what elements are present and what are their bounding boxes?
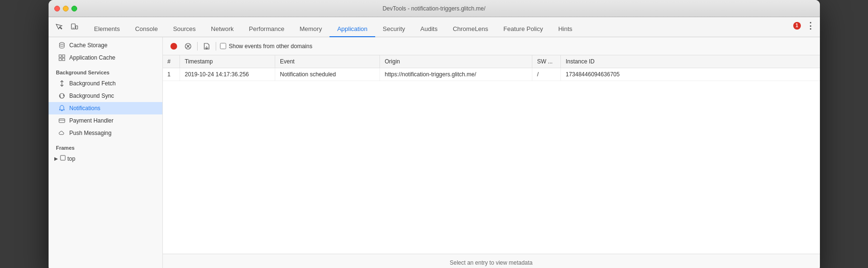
tab-sources[interactable]: Sources [165, 22, 203, 37]
sidebar-item-payment-handler[interactable]: Payment Handler [49, 114, 162, 127]
tab-hints[interactable]: Hints [550, 22, 580, 37]
table-body: 1 2019-10-24 14:17:36.256 Notification s… [163, 68, 820, 81]
minimize-button[interactable] [63, 6, 69, 11]
svg-rect-6 [59, 58, 61, 61]
content-area: Show events from other domains # Timesta… [163, 37, 820, 268]
action-bar: Show events from other domains [163, 37, 820, 55]
sidebar-item-notifications[interactable]: Notifications [49, 102, 162, 114]
frame-icon [60, 155, 66, 162]
svg-rect-4 [59, 55, 61, 57]
cell-sw: / [532, 68, 561, 81]
database-icon [59, 42, 65, 49]
sidebar-label-frames-top: top [68, 155, 76, 162]
sidebar-label-application-cache: Application Cache [70, 54, 116, 61]
col-header-instance-id: Instance ID [561, 55, 820, 68]
payment-handler-icon [58, 117, 66, 124]
more-menu-button[interactable]: ⋮ [805, 20, 816, 31]
action-divider-2 [216, 42, 216, 51]
title-bar: DevTools - notification-triggers.glitch.… [49, 0, 820, 17]
col-header-event: Event [275, 55, 380, 68]
push-messaging-icon [58, 129, 66, 137]
sidebar-item-frames-top[interactable]: ▶ top [49, 153, 162, 165]
save-icon [203, 42, 210, 50]
cell-event: Notification scheduled [275, 68, 380, 81]
sidebar: Cache Storage Application Cache Backgrou… [49, 37, 163, 268]
tab-application[interactable]: Application [329, 22, 375, 37]
sidebar-item-background-fetch[interactable]: Background Fetch [49, 77, 162, 90]
cell-num: 1 [163, 68, 180, 81]
status-bar: Select an entry to view metadata [163, 254, 820, 268]
cloud-icon [59, 130, 65, 136]
notifications-table: # Timestamp Event Origin SW ... Instance… [163, 55, 820, 81]
window-title: DevTools - notification-triggers.glitch.… [382, 5, 485, 12]
clear-button[interactable] [183, 41, 193, 52]
table-row[interactable]: 1 2019-10-24 14:17:36.256 Notification s… [163, 68, 820, 81]
frames-label: Frames [49, 139, 162, 153]
save-button[interactable] [201, 41, 212, 52]
device-icon [70, 23, 78, 31]
sidebar-item-push-messaging[interactable]: Push Messaging [49, 127, 162, 139]
action-divider [197, 42, 198, 51]
svg-rect-11 [60, 155, 65, 160]
col-header-origin: Origin [380, 55, 532, 68]
inspect-button[interactable] [52, 21, 66, 34]
status-message: Select an entry to view metadata [449, 259, 532, 266]
sidebar-label-cache-storage: Cache Storage [70, 42, 108, 49]
col-header-sw: SW ... [532, 55, 561, 68]
sidebar-item-application-cache[interactable]: Application Cache [49, 52, 162, 64]
tab-chromelens[interactable]: ChromeLens [445, 22, 496, 37]
show-events-label[interactable]: Show events from other domains [220, 43, 312, 50]
svg-point-3 [60, 42, 64, 44]
background-services-label: Background Services [49, 64, 162, 77]
record-dot-icon [170, 43, 177, 50]
show-events-text: Show events from other domains [229, 43, 312, 50]
col-header-timestamp: Timestamp [180, 55, 275, 68]
bell-icon [59, 105, 65, 112]
tab-elements[interactable]: Elements [87, 22, 128, 37]
sidebar-item-cache-storage[interactable]: Cache Storage [49, 39, 162, 52]
sidebar-label-payment-handler: Payment Handler [70, 117, 114, 124]
tab-console[interactable]: Console [128, 22, 166, 37]
table-header: # Timestamp Event Origin SW ... Instance… [163, 55, 820, 68]
show-events-checkbox[interactable] [220, 43, 226, 49]
sync-icon [59, 93, 65, 99]
arrows-updown-icon [59, 80, 65, 87]
device-toggle-button[interactable] [68, 21, 81, 34]
card-icon [59, 117, 65, 124]
tab-network[interactable]: Network [203, 22, 241, 37]
devtools-window: DevTools - notification-triggers.glitch.… [49, 0, 820, 268]
record-button[interactable] [169, 41, 179, 52]
tab-audits[interactable]: Audits [413, 22, 445, 37]
frames-arrow-icon: ▶ [54, 156, 58, 161]
cache-storage-icon [58, 41, 66, 49]
cell-instance-id: 17348446094636705 [561, 68, 820, 81]
window-icon [60, 155, 66, 161]
svg-rect-9 [59, 119, 65, 123]
tab-feature-policy[interactable]: Feature Policy [496, 22, 550, 37]
nav-right: 1 ⋮ [793, 20, 816, 34]
sidebar-label-notifications: Notifications [70, 105, 100, 112]
sidebar-label-push-messaging: Push Messaging [70, 130, 112, 136]
inspect-icon [55, 23, 63, 31]
tab-memory[interactable]: Memory [292, 22, 329, 37]
svg-rect-7 [62, 58, 65, 61]
nav-tabs: Elements Console Sources Network Perform… [83, 18, 791, 36]
cell-timestamp: 2019-10-24 14:17:36.256 [180, 68, 275, 81]
tab-performance[interactable]: Performance [241, 22, 292, 37]
close-button[interactable] [54, 6, 60, 11]
svg-rect-1 [76, 26, 78, 29]
sidebar-label-background-fetch: Background Fetch [70, 80, 116, 87]
sidebar-item-background-sync[interactable]: Background Sync [49, 90, 162, 102]
grid-icon [59, 54, 65, 61]
error-count: 1 [793, 22, 801, 30]
cell-origin: https://notification-triggers.glitch.me/ [380, 68, 532, 81]
notifications-icon [58, 104, 66, 112]
maximize-button[interactable] [71, 6, 77, 11]
traffic-lights [54, 6, 77, 11]
sidebar-label-background-sync: Background Sync [70, 93, 114, 99]
main-layout: Cache Storage Application Cache Backgrou… [49, 37, 820, 268]
toolbar: Elements Console Sources Network Perform… [49, 17, 820, 37]
background-sync-icon [58, 92, 66, 100]
tab-security[interactable]: Security [375, 22, 413, 37]
notifications-table-container[interactable]: # Timestamp Event Origin SW ... Instance… [163, 55, 820, 254]
